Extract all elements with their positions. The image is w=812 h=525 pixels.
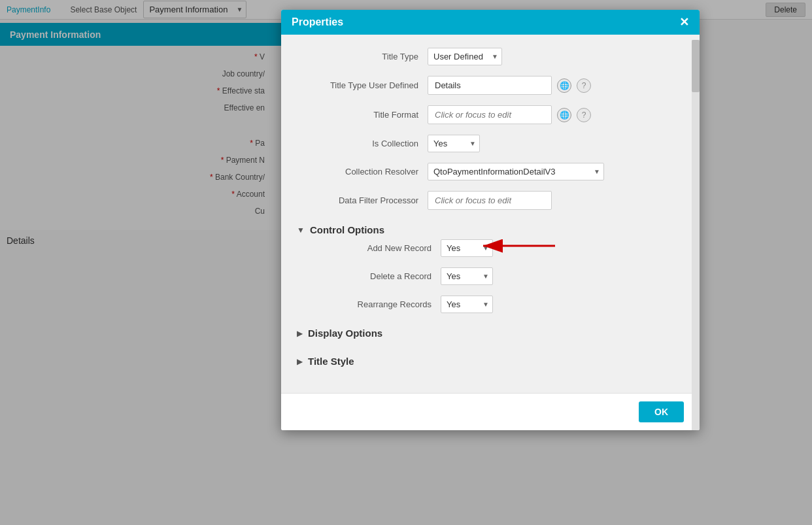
rearrange-records-control: Yes No ▼ [441,296,684,313]
delete-record-select-wrapper[interactable]: Yes No ▼ [441,267,493,285]
collapse-icon: ▼ [297,226,305,235]
delete-record-label: Delete a Record [310,271,441,281]
add-new-record-control: Yes No ▼ [441,239,684,257]
modal-body: Title Type User Defined Auto None ▼ Titl… [281,35,700,393]
is-collection-row: Is Collection Yes No ▼ [297,135,684,152]
control-options-toggle[interactable]: ▼ Control Options [297,220,684,239]
data-filter-processor-input[interactable] [428,191,552,210]
display-options-section: ▶ Display Options [297,324,684,343]
collection-resolver-control: QtoPaymentInformationDetailV3 ▼ [428,163,684,180]
data-filter-processor-row: Data Filter Processor [297,191,684,210]
scrollbar-thumb[interactable] [692,40,700,92]
title-style-section: ▶ Title Style [297,352,684,371]
modal-scrollbar[interactable] [692,40,700,430]
add-new-record-label: Add New Record [310,243,441,253]
modal-title: Properties [292,16,343,28]
modal-header: Properties ✕ [281,10,700,35]
title-type-select[interactable]: User Defined Auto None [428,48,502,65]
control-options-section: ▼ Control Options Add New Record Yes No … [297,220,684,313]
collection-resolver-row: Collection Resolver QtoPaymentInformatio… [297,163,684,180]
is-collection-select-wrapper[interactable]: Yes No ▼ [428,135,480,152]
add-new-record-row: Add New Record Yes No ▼ [310,239,684,257]
control-options-content: Add New Record Yes No ▼ [297,239,684,313]
collection-resolver-select[interactable]: QtoPaymentInformationDetailV3 [428,163,604,180]
ok-button[interactable]: OK [639,401,684,422]
rearrange-records-select[interactable]: Yes No [441,296,493,313]
modal-footer: OK [281,393,700,430]
data-filter-processor-label: Data Filter Processor [297,195,428,205]
title-type-user-defined-row: Title Type User Defined 🌐 ? [297,76,684,95]
title-format-row: Title Format 🌐 ? [297,105,684,124]
help-icon-2[interactable]: ? [577,108,591,122]
add-new-record-select-wrapper[interactable]: Yes No ▼ [441,239,493,257]
title-format-input[interactable] [428,105,552,124]
title-type-user-defined-label: Title Type User Defined [297,80,428,90]
help-icon[interactable]: ? [577,78,591,93]
display-options-title: Display Options [308,328,382,339]
title-type-user-defined-input[interactable] [428,76,552,95]
expand-icon-2: ▶ [297,357,303,366]
expand-icon: ▶ [297,329,303,338]
title-style-toggle[interactable]: ▶ Title Style [297,352,684,371]
delete-record-row: Delete a Record Yes No ▼ [310,267,684,285]
globe-icon-2[interactable]: 🌐 [557,108,571,122]
is-collection-control: Yes No ▼ [428,135,684,152]
delete-record-select[interactable]: Yes No [441,267,493,285]
globe-icon[interactable]: 🌐 [557,78,571,93]
title-type-control: User Defined Auto None ▼ [428,48,684,65]
control-options-title: Control Options [310,224,384,235]
title-type-select-wrapper[interactable]: User Defined Auto None ▼ [428,48,502,65]
close-button[interactable]: ✕ [679,16,689,28]
title-format-label: Title Format [297,110,428,120]
title-style-title: Title Style [308,356,354,367]
is-collection-label: Is Collection [297,139,428,148]
add-new-record-select[interactable]: Yes No [441,239,493,257]
delete-record-control: Yes No ▼ [441,267,684,285]
rearrange-records-label: Rearrange Records [310,299,441,309]
title-type-user-defined-control: 🌐 ? [428,76,684,95]
rearrange-records-select-wrapper[interactable]: Yes No ▼ [441,296,493,313]
rearrange-records-row: Rearrange Records Yes No ▼ [310,296,684,313]
title-type-row: Title Type User Defined Auto None ▼ [297,48,684,65]
title-format-control: 🌐 ? [428,105,684,124]
collection-resolver-label: Collection Resolver [297,167,428,177]
is-collection-select[interactable]: Yes No [428,135,480,152]
properties-modal: Properties ✕ Title Type User Defined Aut… [281,10,700,430]
collection-resolver-select-wrapper[interactable]: QtoPaymentInformationDetailV3 ▼ [428,163,604,180]
data-filter-processor-control [428,191,684,210]
display-options-toggle[interactable]: ▶ Display Options [297,324,684,343]
title-type-label: Title Type [297,52,428,61]
